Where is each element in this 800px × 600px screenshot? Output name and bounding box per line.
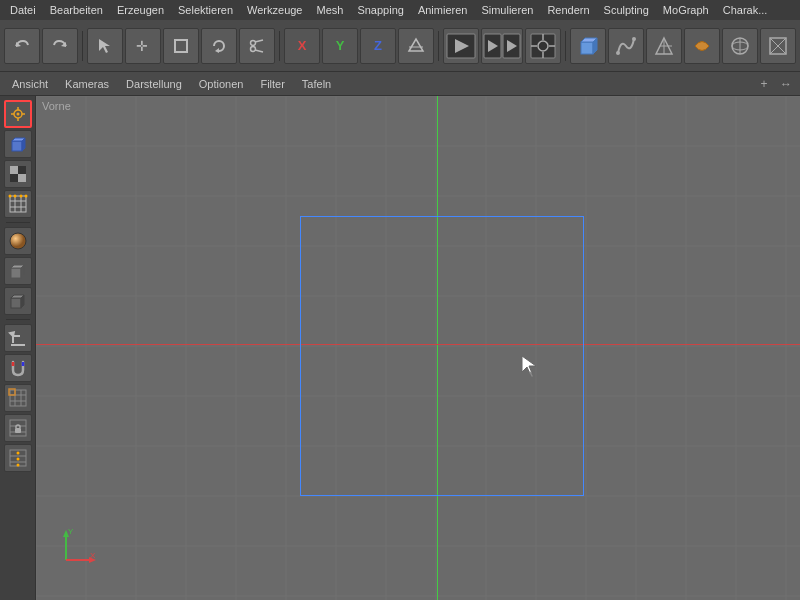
sidebar-magnet-btn[interactable] xyxy=(4,354,32,382)
svg-point-61 xyxy=(10,233,26,249)
subbar-optionen[interactable]: Optionen xyxy=(191,72,252,96)
svg-rect-48 xyxy=(10,166,18,174)
sep2 xyxy=(279,31,280,61)
undo-button[interactable] xyxy=(4,28,40,64)
menu-mograph[interactable]: MoGraph xyxy=(657,0,715,20)
menu-selektieren[interactable]: Selektieren xyxy=(172,0,239,20)
viewport[interactable]: Vorne Y X xyxy=(36,96,800,600)
sidebar-sep2 xyxy=(6,319,30,320)
subbar-icon-group: + ↔ xyxy=(754,74,796,94)
y-coord-button[interactable]: Y xyxy=(322,28,358,64)
svg-rect-65 xyxy=(11,298,21,308)
svg-rect-50 xyxy=(10,174,18,182)
svg-rect-24 xyxy=(581,42,593,54)
render-all-button[interactable] xyxy=(481,28,523,64)
svg-line-8 xyxy=(255,40,263,42)
sidebar-lockgrid-btn[interactable] xyxy=(4,414,32,442)
menu-mesh[interactable]: Mesh xyxy=(310,0,349,20)
curve-button[interactable] xyxy=(608,28,644,64)
subbar-expand-icon[interactable]: ↔ xyxy=(776,74,796,94)
sep3 xyxy=(438,31,439,61)
scene-button[interactable] xyxy=(722,28,758,64)
svg-point-87 xyxy=(16,464,19,467)
svg-point-6 xyxy=(251,40,256,45)
svg-marker-46 xyxy=(22,138,25,151)
subdiv-button[interactable] xyxy=(646,28,682,64)
sep1 xyxy=(82,31,83,61)
sidebar-cursor-btn[interactable] xyxy=(4,100,32,128)
svg-rect-62 xyxy=(11,268,21,278)
light-button[interactable] xyxy=(760,28,796,64)
sidebar-sphere-btn[interactable] xyxy=(4,227,32,255)
scissors-button[interactable] xyxy=(239,28,275,64)
subbar-ansicht[interactable]: Ansicht xyxy=(4,72,56,96)
render-settings-button[interactable] xyxy=(525,28,561,64)
menu-charak[interactable]: Charak... xyxy=(717,0,774,20)
menu-bearbeiten[interactable]: Bearbeiten xyxy=(44,0,109,20)
redo-button[interactable] xyxy=(42,28,78,64)
sep4 xyxy=(565,31,566,61)
menu-simulieren[interactable]: Simulieren xyxy=(475,0,539,20)
green-axis-line xyxy=(437,96,438,600)
select-tool-button[interactable] xyxy=(87,28,123,64)
svg-point-27 xyxy=(616,51,620,55)
subbar-kameras[interactable]: Kameras xyxy=(57,72,117,96)
x-coord-button[interactable]: X xyxy=(284,28,320,64)
scale-tool-button[interactable] xyxy=(163,28,199,64)
menu-erzeugen[interactable]: Erzeugen xyxy=(111,0,170,20)
menubar: Datei Bearbeiten Erzeugen Selektieren We… xyxy=(0,0,800,20)
sidebar-grid3-btn[interactable] xyxy=(4,444,32,472)
svg-rect-49 xyxy=(18,174,26,182)
svg-rect-81 xyxy=(15,428,21,433)
main-area: Vorne Y X xyxy=(0,96,800,600)
menu-rendern[interactable]: Rendern xyxy=(541,0,595,20)
z-coord-button[interactable]: Z xyxy=(360,28,396,64)
svg-marker-5 xyxy=(215,48,219,53)
subbar-darstellung[interactable]: Darstellung xyxy=(118,72,190,96)
sidebar-sep1 xyxy=(6,222,30,223)
svg-point-7 xyxy=(251,46,256,51)
render-active-button[interactable] xyxy=(443,28,479,64)
svg-line-9 xyxy=(255,50,263,52)
svg-rect-72 xyxy=(10,390,26,406)
svg-point-28 xyxy=(632,37,636,41)
rotate-tool-button[interactable] xyxy=(201,28,237,64)
svg-text:✛: ✛ xyxy=(136,38,148,54)
svg-rect-52 xyxy=(10,196,26,212)
cube-shape-button[interactable] xyxy=(570,28,606,64)
svg-point-57 xyxy=(8,195,11,198)
deformer-button[interactable] xyxy=(684,28,720,64)
sidebar-grid2-btn[interactable] xyxy=(4,384,32,412)
svg-marker-67 xyxy=(21,295,24,308)
svg-point-60 xyxy=(24,195,27,198)
world-button[interactable] xyxy=(398,28,434,64)
subbar-tafeln[interactable]: Tafeln xyxy=(294,72,339,96)
sidebar-arrow-btn[interactable] xyxy=(4,324,32,352)
move-tool-button[interactable]: ✛ xyxy=(125,28,161,64)
svg-rect-44 xyxy=(12,141,22,151)
grid-canvas xyxy=(36,96,800,600)
red-axis-line xyxy=(36,344,800,345)
sidebar-checker-btn[interactable] xyxy=(4,160,32,188)
menu-werkzeuge[interactable]: Werkzeuge xyxy=(241,0,308,20)
svg-rect-4 xyxy=(175,40,187,52)
menu-sculpting[interactable]: Sculpting xyxy=(598,0,655,20)
svg-point-59 xyxy=(19,195,22,198)
svg-point-58 xyxy=(13,195,16,198)
svg-marker-10 xyxy=(409,39,423,51)
sidebar-cube2-btn[interactable] xyxy=(4,257,32,285)
subbar-filter[interactable]: Filter xyxy=(252,72,292,96)
svg-point-39 xyxy=(16,113,19,116)
menu-datei[interactable]: Datei xyxy=(4,0,42,20)
svg-marker-2 xyxy=(99,39,110,53)
menu-animieren[interactable]: Animieren xyxy=(412,0,474,20)
menu-snapping[interactable]: Snapping xyxy=(351,0,410,20)
svg-rect-51 xyxy=(18,166,26,174)
left-sidebar xyxy=(0,96,36,600)
sidebar-cube1-btn[interactable] xyxy=(4,130,32,158)
svg-point-86 xyxy=(16,458,19,461)
toolbar: ✛ X Y Z ∞ xyxy=(0,20,800,72)
subbar-add-icon[interactable]: + xyxy=(754,74,774,94)
sidebar-grid-btn[interactable] xyxy=(4,190,32,218)
sidebar-cube3-btn[interactable] xyxy=(4,287,32,315)
